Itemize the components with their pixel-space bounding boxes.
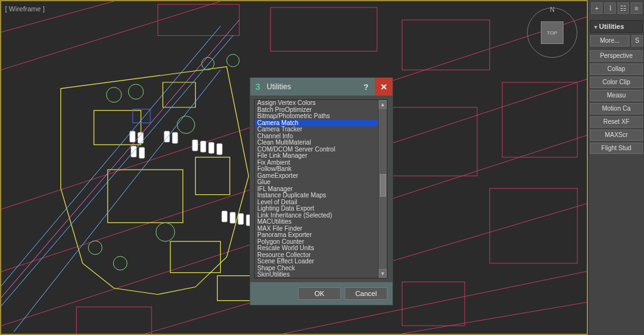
- svg-point-14: [128, 84, 143, 99]
- svg-rect-7: [76, 307, 151, 334]
- svg-rect-33: [238, 213, 243, 224]
- list-item[interactable]: Camera Tracker: [255, 126, 378, 133]
- list-item[interactable]: Clean MultiMaterial: [255, 140, 378, 146]
- utility-button[interactable]: Reset XF: [590, 116, 643, 128]
- list-item[interactable]: MACUtilities: [255, 219, 378, 226]
- svg-rect-4: [502, 82, 577, 157]
- app-icon: 3: [250, 78, 265, 96]
- dialog-titlebar[interactable]: 3 Utilities ? ✕: [250, 78, 392, 96]
- rollout-utilities-header[interactable]: Utilities: [590, 20, 643, 33]
- utility-button[interactable]: Measu: [590, 90, 643, 101]
- svg-rect-24: [139, 147, 145, 158]
- svg-rect-41: [133, 109, 150, 123]
- utility-button[interactable]: Motion Ca: [590, 103, 643, 114]
- list-item[interactable]: Panorama Exporter: [255, 232, 378, 239]
- svg-rect-22: [138, 132, 143, 143]
- list-item[interactable]: GameExporter: [255, 173, 378, 180]
- svg-point-18: [113, 256, 127, 270]
- utility-button[interactable]: MAXScr: [590, 129, 643, 141]
- utilities-dialog: 3 Utilities ? ✕ Assign Vertex ColorsBatc…: [250, 77, 393, 305]
- compass-north: N: [550, 6, 554, 13]
- list-item[interactable]: File Link Manager: [255, 153, 378, 160]
- list-item[interactable]: Scene Effect Loader: [255, 258, 378, 265]
- help-button[interactable]: ?: [357, 78, 375, 96]
- svg-line-39: [1, 36, 233, 314]
- utilities-listbox[interactable]: Assign Vertex ColorsBatch ProOptimizerBi…: [254, 99, 387, 278]
- svg-rect-5: [490, 189, 577, 263]
- svg-point-17: [88, 241, 102, 255]
- tab-utilities[interactable]: ≡: [631, 3, 642, 14]
- utility-button[interactable]: Color Clip: [590, 77, 643, 88]
- cancel-button[interactable]: Cancel: [345, 287, 387, 300]
- svg-rect-30: [217, 143, 223, 155]
- close-button[interactable]: ✕: [375, 78, 392, 96]
- svg-rect-28: [201, 141, 206, 152]
- list-item[interactable]: Instance Duplicate Maps: [255, 192, 378, 199]
- svg-rect-2: [402, 20, 489, 70]
- svg-rect-26: [172, 132, 178, 143]
- viewcube[interactable]: N TOP: [527, 8, 577, 58]
- tab-hierarchy[interactable]: ☷: [618, 3, 629, 14]
- list-item[interactable]: Bitmap/Photometric Paths: [255, 113, 378, 120]
- list-item[interactable]: Glue: [255, 179, 378, 186]
- command-panel: + ⌇ ☷ ≡ Utilities More... S PerspectiveC…: [588, 0, 644, 335]
- svg-rect-1: [270, 8, 377, 51]
- ok-button[interactable]: OK: [298, 287, 341, 300]
- dialog-title: Utilities: [265, 78, 357, 96]
- svg-rect-8: [108, 170, 182, 222]
- list-item[interactable]: SkinUtilities: [255, 272, 378, 278]
- svg-rect-32: [230, 212, 235, 223]
- svg-point-15: [177, 116, 195, 134]
- list-item[interactable]: Lighting Data Export: [255, 206, 378, 212]
- svg-rect-6: [402, 282, 465, 326]
- svg-line-40: [14, 70, 221, 332]
- utility-button[interactable]: Flight Stud: [590, 143, 643, 154]
- svg-rect-29: [209, 142, 214, 153]
- list-item[interactable]: Assign Vertex Colors: [255, 100, 378, 107]
- list-item[interactable]: Follow/Bank: [255, 166, 378, 173]
- command-panel-tabs: + ⌇ ☷ ≡: [590, 3, 643, 14]
- svg-rect-9: [196, 157, 230, 195]
- listbox-scrollbar[interactable]: ▲ ▼: [378, 100, 387, 278]
- scroll-up-icon[interactable]: ▲: [379, 100, 387, 109]
- list-item[interactable]: Rescale World Units: [255, 245, 378, 252]
- svg-point-13: [106, 87, 121, 102]
- svg-point-20: [226, 54, 239, 67]
- tab-modify[interactable]: ⌇: [604, 3, 616, 14]
- more-button[interactable]: More...: [590, 35, 630, 47]
- svg-rect-0: [158, 4, 239, 36]
- scroll-thumb[interactable]: [380, 174, 386, 197]
- sets-button[interactable]: S: [631, 35, 643, 47]
- svg-rect-27: [192, 140, 198, 151]
- svg-rect-31: [221, 211, 227, 222]
- utility-button[interactable]: Collap: [590, 63, 643, 75]
- utility-button[interactable]: Perspective: [590, 50, 643, 62]
- scroll-down-icon[interactable]: ▼: [379, 269, 387, 278]
- tab-create[interactable]: +: [591, 3, 602, 14]
- viewcube-face[interactable]: TOP: [541, 21, 564, 44]
- svg-point-16: [156, 222, 175, 241]
